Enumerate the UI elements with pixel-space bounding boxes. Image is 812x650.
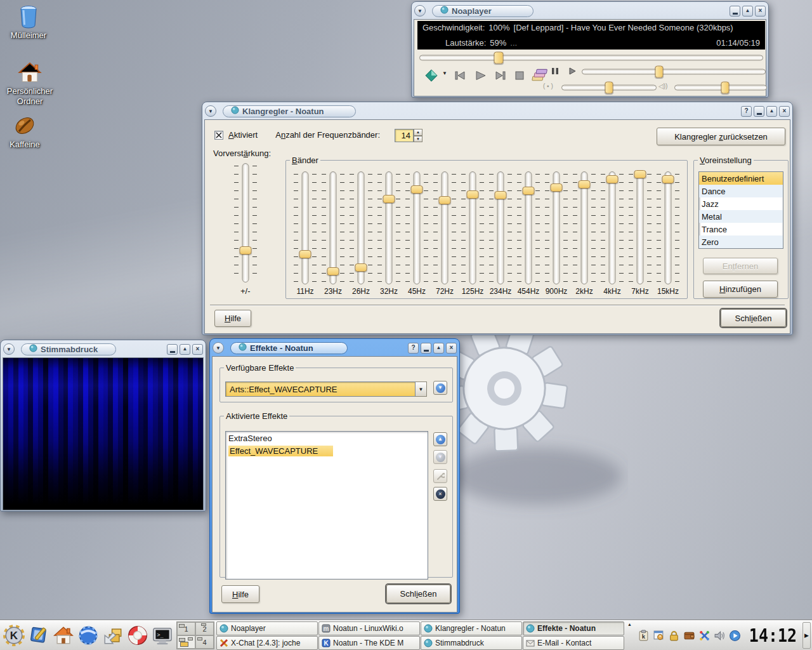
- band-slider-32Hz[interactable]: [377, 171, 400, 284]
- tray-kmix[interactable]: [713, 629, 726, 642]
- desktop-icon-trash[interactable]: Mülleimer: [1, 4, 56, 41]
- effect-item-ExtraStereo[interactable]: ExtraStereo: [226, 432, 428, 444]
- window-menu-button[interactable]: ▼: [414, 5, 426, 17]
- shade-button[interactable]: ▲: [433, 343, 444, 354]
- band-slider-45Hz[interactable]: [405, 171, 428, 284]
- panel-hide-button[interactable]: ▶: [802, 622, 811, 649]
- next-button[interactable]: [492, 67, 509, 84]
- tray-klipper[interactable]: k: [637, 629, 650, 642]
- balance-handle[interactable]: [605, 81, 613, 93]
- slider-handle[interactable]: [467, 190, 479, 199]
- taskbar-task-stimmabdruck[interactable]: Stimmabdruck: [421, 636, 522, 650]
- task-scroll[interactable]: ▲: [626, 622, 633, 649]
- pager-desktop-4[interactable]: 4: [195, 635, 214, 649]
- slider-handle[interactable]: [662, 175, 674, 183]
- help-button[interactable]: Hilfe: [221, 585, 259, 603]
- taskbar-task-noatun-linuxwiki-o[interactable]: mNoatun - LinuxWiki.o: [318, 621, 420, 635]
- menu-arrow[interactable]: ▼: [442, 70, 447, 76]
- taskbar-task-x-chat-2-4-3-joche[interactable]: X-Chat [2.4.3]: joche: [216, 636, 318, 650]
- slider-track[interactable]: [386, 171, 393, 284]
- slider-track[interactable]: [581, 171, 588, 284]
- spin-down-icon[interactable]: ▼: [414, 136, 422, 143]
- move-effect-down-button[interactable]: ▼: [433, 450, 447, 464]
- launcher-show-desktop[interactable]: [26, 623, 51, 649]
- slider-handle[interactable]: [551, 183, 563, 192]
- configure-effect-button[interactable]: [433, 469, 447, 483]
- band-slider-72Hz[interactable]: [433, 171, 456, 284]
- band-slider-900Hz[interactable]: [545, 171, 568, 284]
- slider-track[interactable]: [442, 171, 449, 284]
- move-effect-up-button[interactable]: ▲: [433, 432, 447, 446]
- play-button[interactable]: [471, 67, 489, 84]
- preamp-handle[interactable]: [240, 246, 252, 255]
- band-slider-15kHz[interactable]: [657, 171, 679, 284]
- enabled-checkbox[interactable]: [214, 131, 223, 140]
- slider-handle[interactable]: [634, 170, 646, 178]
- tray-kwallet-lock[interactable]: [667, 629, 681, 642]
- slider-handle[interactable]: [355, 263, 367, 272]
- minimize-button[interactable]: [167, 344, 178, 355]
- combobox-value[interactable]: Arts::Effect_WAVECAPTURE: [225, 381, 416, 397]
- band-slider-454Hz[interactable]: [517, 171, 540, 284]
- slider-track[interactable]: [637, 171, 644, 284]
- preset-item-Dance[interactable]: Dance: [699, 185, 783, 197]
- window-menu-button[interactable]: ▼: [3, 343, 15, 355]
- desktop-icon-kaffeine[interactable]: Kaffeine: [0, 113, 52, 150]
- shade-button[interactable]: ▲: [180, 344, 190, 355]
- taskbar-task-noatun-the-kde-m[interactable]: KNoatun - The KDE M: [318, 636, 420, 650]
- bands-count-value[interactable]: 14: [395, 129, 414, 142]
- taskbar-task-e-mail-kontact[interactable]: E-Mail - Kontact: [523, 636, 624, 650]
- minimize-button[interactable]: [421, 343, 431, 354]
- slider-track[interactable]: [469, 171, 476, 284]
- add-preset-button[interactable]: Hinzufügen: [703, 281, 778, 298]
- minimize-button[interactable]: [730, 6, 740, 17]
- reset-equalizer-button[interactable]: Klangregler zurücksetzen: [657, 128, 785, 145]
- pager-desktop-3[interactable]: [177, 635, 195, 649]
- seek-handle[interactable]: [494, 51, 503, 63]
- active-effects-list[interactable]: ExtraStereoEffect_WAVECAPTURE: [225, 431, 428, 580]
- slider-handle[interactable]: [523, 187, 535, 195]
- effects-combobox[interactable]: Arts::Effect_WAVECAPTURE ▼: [225, 381, 427, 397]
- preset-item-Metal[interactable]: Metal: [699, 210, 783, 223]
- slider-track[interactable]: [609, 171, 616, 284]
- panel-clock[interactable]: 14:12: [745, 625, 801, 646]
- seek-slider[interactable]: [419, 51, 763, 63]
- preset-item-Jazz[interactable]: Jazz: [699, 197, 783, 210]
- remove-effect-button[interactable]: ×: [433, 487, 447, 501]
- close-dialog-button[interactable]: Schließen: [721, 309, 786, 327]
- taskbar-task-effekte-noatun[interactable]: Effekte - Noatun: [523, 621, 624, 635]
- seek-track[interactable]: [419, 55, 763, 60]
- playlist-button[interactable]: [530, 65, 549, 84]
- slider-handle[interactable]: [495, 191, 507, 199]
- preset-item-Benutzerdefiniert[interactable]: Benutzerdefiniert: [699, 172, 783, 185]
- play-small-button[interactable]: [566, 65, 578, 77]
- voiceprint-titlebar[interactable]: ▼ Stimmabdruck ▲ ×: [3, 342, 204, 356]
- band-slider-11Hz[interactable]: [294, 171, 317, 284]
- close-button[interactable]: ×: [779, 106, 790, 117]
- spin-up-icon[interactable]: ▲: [414, 129, 422, 136]
- help-button[interactable]: Hilfe: [214, 310, 251, 327]
- launcher-konsole[interactable]: >_: [150, 623, 174, 649]
- slider-handle[interactable]: [439, 196, 451, 204]
- previous-button[interactable]: [451, 67, 469, 84]
- pause-button[interactable]: [549, 65, 561, 77]
- stop-button[interactable]: [511, 67, 528, 84]
- slider-handle[interactable]: [299, 250, 311, 258]
- slider-handle[interactable]: [383, 195, 395, 203]
- band-slider-4kHz[interactable]: [601, 171, 624, 284]
- slider-handle[interactable]: [606, 175, 619, 183]
- remove-preset-button[interactable]: Entfernen: [703, 258, 778, 274]
- close-button[interactable]: ×: [192, 344, 203, 355]
- taskbar-task-noaplayer[interactable]: Noaplayer: [216, 621, 318, 635]
- add-effect-button[interactable]: ▼: [433, 381, 447, 395]
- help-button[interactable]: ?: [741, 106, 752, 117]
- band-slider-23Hz[interactable]: [322, 171, 344, 284]
- speed-slider[interactable]: [582, 65, 766, 77]
- close-button[interactable]: ×: [446, 343, 457, 354]
- speed-handle[interactable]: [655, 65, 663, 77]
- tray-noatun-tray[interactable]: [728, 629, 742, 642]
- effect-item-Effect_WAVECAPTURE[interactable]: Effect_WAVECAPTURE: [226, 444, 428, 457]
- preset-item-Zero[interactable]: Zero: [699, 235, 783, 248]
- band-slider-7kHz[interactable]: [629, 171, 652, 284]
- slider-handle[interactable]: [411, 185, 423, 194]
